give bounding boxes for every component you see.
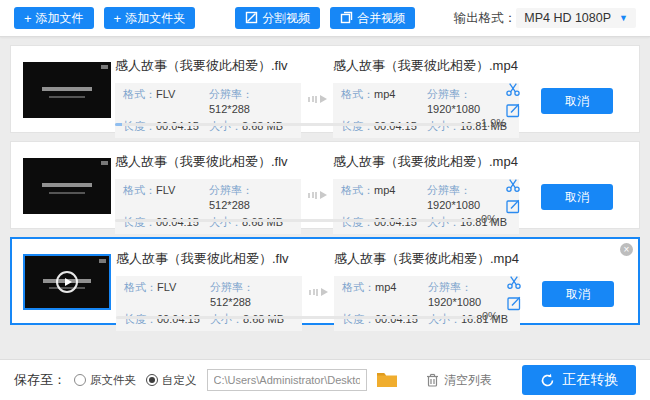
- resolution-value: 512*288: [209, 103, 250, 115]
- close-icon[interactable]: ×: [620, 243, 633, 256]
- cancel-button[interactable]: 取消: [541, 184, 613, 210]
- resolution-label: 分辨率：: [209, 88, 253, 100]
- resolution-label: 分辨率：: [427, 184, 471, 196]
- duration-label: 长度：: [341, 216, 374, 228]
- refresh-icon: [540, 373, 555, 388]
- duration-value: 00:04:15: [374, 216, 417, 228]
- size-label: 大小：: [427, 120, 460, 132]
- thumbnail-text-line: [49, 96, 86, 98]
- size-value: 8.68 MB: [242, 120, 283, 132]
- format-value: mp4: [374, 88, 395, 100]
- cut-icon[interactable]: [506, 274, 522, 290]
- split-video-button[interactable]: 分割视频: [235, 7, 320, 29]
- output-format-dropdown[interactable]: MP4 HD 1080P ▼: [516, 8, 636, 28]
- resolution-label: 分辨率：: [428, 281, 472, 293]
- source-filename: 感人故事（我要彼此相爱）.flv: [116, 250, 311, 268]
- task-row-2[interactable]: 感人故事（我要彼此相爱）.flv 格式：FLV 分辨率：512*288 长度：0…: [10, 141, 640, 229]
- split-video-label: 分割视频: [262, 10, 310, 27]
- plus-icon: +: [24, 12, 32, 25]
- duration-label: 长度：: [123, 120, 156, 132]
- convert-button[interactable]: 正在转换: [522, 365, 636, 395]
- format-value: mp4: [374, 184, 395, 196]
- edit-icon[interactable]: [505, 102, 521, 118]
- task-row-1[interactable]: 感人故事（我要彼此相爱）.flv 格式：FLV 分辨率：512*288 长度：0…: [10, 45, 640, 133]
- custom-label: 自定义: [162, 373, 197, 388]
- duration-value: 00:04:15: [375, 313, 418, 325]
- duration-value: 00:04:15: [156, 120, 199, 132]
- clear-list-label: 清空列表: [444, 372, 492, 389]
- format-value: FLV: [156, 88, 175, 100]
- original-folder-label: 原文件夹: [90, 373, 136, 388]
- duration-label: 长度：: [341, 120, 374, 132]
- output-format: 输出格式： MP4 HD 1080P ▼: [454, 8, 636, 28]
- footer-bar: 保存至： 原文件夹 自定义 清空列表 正在转换: [0, 359, 650, 400]
- merge-video-button[interactable]: 合并视频: [330, 7, 415, 29]
- cut-icon[interactable]: [505, 81, 521, 97]
- target-info-box: 格式：mp4 分辨率：1920*1080 长度：00:04:15 大小：16.8…: [333, 179, 519, 234]
- resolution-value: 512*288: [209, 199, 250, 211]
- target-info-box: 格式：mp4 分辨率：1920*1080 长度：00:04:15 大小：16.8…: [334, 276, 520, 331]
- size-label: 大小：: [427, 216, 460, 228]
- video-thumbnail[interactable]: [23, 158, 111, 214]
- add-file-label: 添加文件: [36, 10, 84, 27]
- source-info-box: 格式：FLV 分辨率：512*288 长度：00:04:15 大小：8.68 M…: [116, 276, 302, 331]
- format-label: 格式：: [123, 184, 156, 196]
- convert-arrow-icon: [308, 95, 327, 103]
- add-folder-label: 添加文件夹: [125, 10, 185, 27]
- progress-bar: [115, 219, 475, 222]
- convert-arrow-icon: [308, 191, 327, 199]
- progress-fill: [115, 123, 122, 126]
- trash-icon: [426, 373, 439, 387]
- cancel-button[interactable]: 取消: [541, 88, 613, 114]
- play-button[interactable]: [25, 256, 109, 308]
- format-value: FLV: [157, 281, 176, 293]
- browse-folder-icon[interactable]: [375, 370, 399, 390]
- task-row-3[interactable]: 感人故事（我要彼此相爱）.flv 格式：FLV 分辨率：512*288 长度：0…: [10, 237, 640, 325]
- add-file-button[interactable]: + 添加文件: [14, 7, 94, 29]
- save-to-label: 保存至：: [14, 371, 66, 389]
- cancel-button[interactable]: 取消: [542, 281, 614, 307]
- save-path-input[interactable]: [207, 369, 367, 391]
- progress-percent: 1.9%: [481, 117, 506, 129]
- duration-value: 00:04:15: [374, 120, 417, 132]
- thumbnail-text-line: [42, 87, 91, 91]
- convert-label: 正在转换: [563, 371, 619, 389]
- clear-list-button[interactable]: 清空列表: [426, 372, 492, 389]
- format-label: 格式：: [341, 184, 374, 196]
- resolution-value: 1920*1080: [427, 103, 480, 115]
- video-thumbnail[interactable]: [23, 62, 111, 118]
- radio-icon: [74, 374, 86, 386]
- resolution-label: 分辨率：: [210, 281, 254, 293]
- format-label: 格式：: [341, 88, 374, 100]
- size-value: 8.68 MB: [242, 216, 283, 228]
- progress-percent: 0%: [482, 310, 498, 322]
- convert-arrow-icon: [309, 288, 328, 296]
- progress-percent: 0%: [481, 213, 497, 225]
- format-value: FLV: [156, 184, 175, 196]
- duration-label: 长度：: [123, 216, 156, 228]
- thumbnail-text-line: [49, 192, 86, 194]
- format-label: 格式：: [123, 88, 156, 100]
- edit-icon[interactable]: [506, 295, 522, 311]
- radio-original-folder[interactable]: 原文件夹: [74, 373, 136, 388]
- video-thumbnail[interactable]: [23, 254, 111, 310]
- duration-value: 00:04:15: [157, 313, 200, 325]
- cut-icon[interactable]: [505, 177, 521, 193]
- duration-value: 00:04:15: [156, 216, 199, 228]
- thumbnail-logo: [101, 65, 108, 69]
- radio-custom[interactable]: 自定义: [146, 373, 197, 388]
- target-filename: 感人故事（我要彼此相爱）.mp4: [333, 153, 528, 171]
- target-info-box: 格式：mp4 分辨率：1920*1080 长度：00:04:15 大小：16.8…: [333, 83, 519, 138]
- size-value: 8.68 MB: [243, 313, 284, 325]
- resolution-label: 分辨率：: [427, 88, 471, 100]
- play-icon: [56, 271, 78, 293]
- duration-label: 长度：: [124, 313, 157, 325]
- plus-icon: +: [114, 12, 122, 25]
- edit-icon[interactable]: [505, 198, 521, 214]
- add-folder-button[interactable]: + 添加文件夹: [104, 7, 196, 29]
- size-label: 大小：: [210, 313, 243, 325]
- format-label: 格式：: [342, 281, 375, 293]
- merge-icon: [340, 11, 353, 26]
- progress-bar: [116, 316, 476, 319]
- thumbnail-logo: [101, 161, 108, 165]
